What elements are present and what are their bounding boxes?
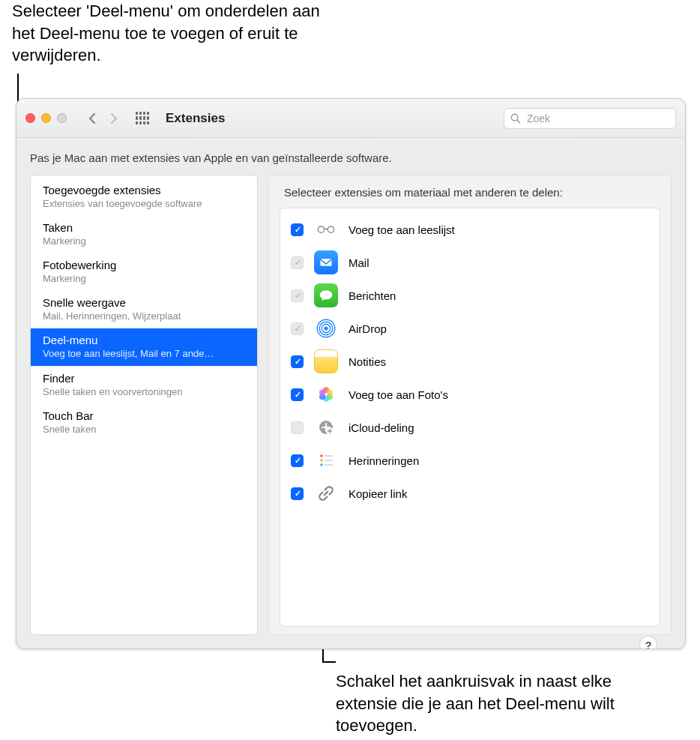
grid-icon	[136, 112, 149, 125]
extension-label: AirDrop	[349, 322, 649, 335]
extension-label: Kopieer link	[349, 487, 649, 500]
extension-label: Voeg toe aan Foto's	[349, 388, 649, 401]
airdrop-icon	[314, 316, 338, 340]
back-button[interactable]	[82, 109, 101, 128]
callout-top: Selecteer 'Deel-menu' om onderdelen aan …	[12, 0, 334, 67]
sidebar-item-touch-bar[interactable]: Touch BarSnelle taken	[31, 404, 257, 442]
extension-checkbox[interactable]	[291, 487, 304, 500]
extension-checkbox	[291, 256, 304, 269]
extension-label: Mail	[349, 256, 649, 269]
sidebar-item-title: Toegevoegde extensies	[43, 184, 245, 198]
sidebar-item-finder[interactable]: FinderSnelle taken en voorvertoningen	[31, 367, 257, 404]
extension-checkbox[interactable]	[291, 454, 304, 467]
svg-point-14	[319, 390, 325, 396]
sidebar-item-taken[interactable]: TakenMarkering	[31, 216, 257, 253]
sidebar-item-toegevoegde-extensies[interactable]: Toegevoegde extensiesExtensies van toege…	[31, 178, 257, 216]
extension-checkbox[interactable]	[291, 355, 304, 368]
svg-line-1	[517, 120, 520, 123]
svg-rect-4	[320, 259, 331, 266]
extension-label: Notities	[349, 355, 649, 368]
sidebar-item-subtitle: Markering	[43, 235, 245, 247]
sidebar-item-deel-menu[interactable]: Deel-menuVoeg toe aan leeslijst, Mail en…	[31, 328, 257, 367]
sidebar-item-title: Finder	[43, 372, 245, 386]
extension-label: iCloud-deling	[349, 421, 649, 434]
sidebar-item-snelle-weergave[interactable]: Snelle weergaveMail, Herinneringen, Wijz…	[31, 291, 257, 328]
minimize-button[interactable]	[41, 113, 51, 123]
close-button[interactable]	[25, 113, 35, 123]
sidebar-item-subtitle: Snelle taken	[43, 424, 245, 436]
sidebar-item-title: Fotobewerking	[43, 259, 245, 273]
search-icon	[510, 113, 521, 124]
sidebar-item-subtitle: Markering	[43, 273, 245, 285]
window-traffic-lights	[25, 113, 67, 123]
notes-icon	[314, 349, 338, 373]
svg-point-19	[320, 463, 322, 466]
extension-label: Herinneringen	[349, 454, 649, 467]
window-body: Pas je Mac aan met extensies van Apple e…	[16, 138, 685, 649]
chevron-right-icon	[110, 112, 118, 124]
sidebar-item-subtitle: Mail, Herinneringen, Wijzerplaat	[43, 310, 245, 322]
extension-row: AirDrop	[280, 312, 660, 345]
svg-point-3	[328, 226, 334, 232]
extension-label: Berichten	[349, 289, 649, 302]
sidebar-item-subtitle: Extensies van toegevoegde software	[43, 198, 245, 210]
help-button[interactable]: ?	[639, 636, 657, 649]
window-title: Extensies	[166, 111, 225, 126]
mail-icon	[314, 250, 338, 274]
preferences-window: Extensies Pas je Mac aan met extensies v…	[16, 98, 686, 649]
extension-row: Berichten	[280, 279, 660, 312]
leader-line	[322, 661, 336, 663]
extensions-list[interactable]: Voeg toe aan leeslijstMailBerichtenAirDr…	[280, 208, 660, 627]
glasses-icon	[314, 217, 338, 241]
search-input[interactable]	[525, 112, 669, 125]
sidebar-item-title: Deel-menu	[43, 334, 245, 348]
extension-row: Herinneringen	[280, 444, 660, 477]
extension-label: Voeg toe aan leeslijst	[349, 223, 649, 236]
forward-button[interactable]	[104, 109, 124, 128]
detail-title: Selecteer extensies om materiaal met and…	[284, 186, 656, 199]
zoom-button	[57, 113, 67, 123]
intro-text: Pas je Mac aan met extensies van Apple e…	[30, 151, 672, 164]
extension-row: Voeg toe aan Foto's	[280, 378, 660, 411]
extension-row: Mail	[280, 246, 660, 279]
chevron-left-icon	[88, 112, 96, 124]
extension-checkbox[interactable]	[291, 223, 304, 236]
link-icon	[314, 481, 338, 505]
svg-point-18	[320, 459, 322, 461]
content-panes: Toegevoegde extensiesExtensies van toege…	[30, 175, 672, 635]
search-field[interactable]	[504, 108, 676, 129]
sidebar-item-fotobewerking[interactable]: FotobewerkingMarkering	[31, 253, 257, 291]
extension-checkbox[interactable]	[291, 388, 304, 401]
sidebar-item-subtitle: Voeg toe aan leeslijst, Mail en 7 ande…	[43, 348, 245, 360]
sidebar-item-title: Taken	[43, 221, 245, 235]
extension-row: Kopieer link	[280, 477, 660, 510]
extension-checkbox	[291, 421, 304, 434]
sidebar-item-title: Touch Bar	[43, 409, 245, 424]
callout-bottom: Schakel het aankruisvak in naast elke ex…	[336, 670, 636, 737]
titlebar: Extensies	[16, 99, 685, 138]
svg-point-2	[318, 226, 324, 232]
messages-icon	[314, 283, 338, 307]
show-all-button[interactable]	[131, 109, 154, 128]
extension-row: Voeg toe aan leeslijst	[280, 213, 660, 246]
photos-icon	[314, 382, 338, 406]
sidebar: Toegevoegde extensiesExtensies van toege…	[30, 175, 258, 635]
svg-point-17	[320, 454, 322, 457]
sidebar-item-subtitle: Snelle taken en voorvertoningen	[43, 386, 245, 398]
extension-row: Notities	[280, 345, 660, 378]
extension-checkbox	[291, 289, 304, 302]
reminders-icon	[314, 448, 338, 472]
sidebar-item-title: Snelle weergave	[43, 296, 245, 310]
extension-checkbox	[291, 322, 304, 335]
icloud-icon	[314, 415, 338, 439]
svg-point-5	[324, 326, 328, 330]
nav-arrows	[82, 109, 124, 128]
detail-pane: Selecteer extensies om materiaal met and…	[268, 175, 672, 635]
extension-row: iCloud-deling	[280, 411, 660, 444]
